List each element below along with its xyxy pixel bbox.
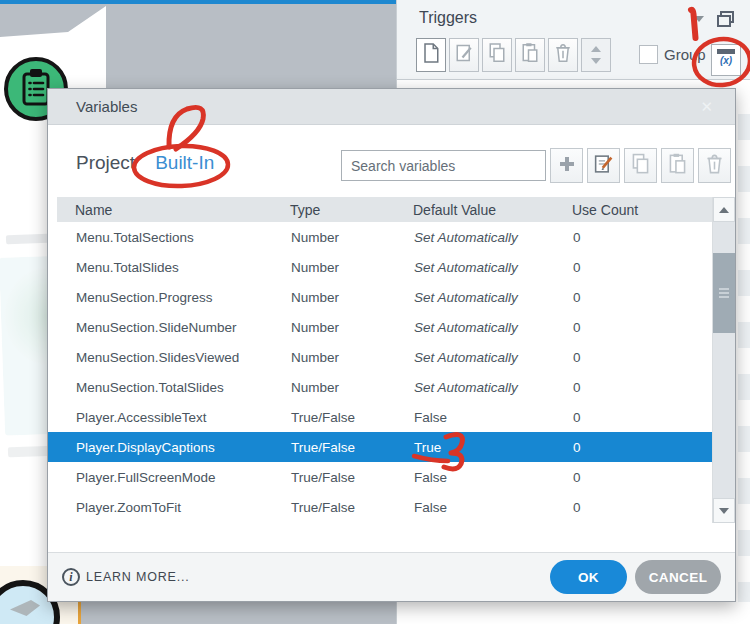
delete-variable-button[interactable] (698, 148, 731, 183)
row-default-value: Set Automatically (414, 350, 573, 365)
trigger-variables-button[interactable]: (x) (711, 44, 741, 76)
row-name: Menu.TotalSections (76, 230, 291, 245)
new-trigger-button[interactable] (416, 38, 446, 72)
close-icon[interactable]: ✕ (700, 89, 713, 125)
row-default-value: Set Automatically (414, 290, 573, 305)
variables-table-body: Menu.TotalSections Number Set Automatica… (48, 222, 713, 522)
variables-toolbar (550, 148, 731, 183)
paste-variable-button[interactable] (661, 148, 694, 183)
table-row[interactable]: Menu.TotalSlides Number Set Automaticall… (48, 252, 713, 282)
ok-button[interactable]: OK (550, 560, 627, 594)
row-use-count: 0 (573, 320, 713, 335)
row-name: Player.AccessibleText (76, 410, 291, 425)
table-row[interactable]: Player.FullScreenMode True/False False 0 (48, 462, 713, 492)
stage-bottom-strip (81, 602, 396, 624)
row-name: Menu.TotalSlides (76, 260, 291, 275)
column-default-value[interactable]: Default Value (413, 202, 572, 218)
variable-scope-tabs: Project Built-In (76, 152, 214, 174)
group-checkbox[interactable] (639, 45, 658, 64)
move-up-icon (591, 46, 601, 52)
table-row[interactable]: MenuSection.SlidesViewed Number Set Auto… (48, 342, 713, 372)
triggers-panel-title: Triggers (419, 9, 477, 27)
delete-trigger-button[interactable] (548, 38, 578, 72)
edit-variable-button[interactable] (587, 148, 620, 183)
row-default-value: False (414, 470, 573, 485)
row-name: Player.FullScreenMode (76, 470, 291, 485)
row-type: Number (291, 260, 414, 275)
table-row[interactable]: MenuSection.SlideNumber Number Set Autom… (48, 312, 713, 342)
row-use-count: 0 (573, 500, 713, 515)
learn-more-link[interactable]: i LEARN MORE... (62, 568, 189, 586)
row-type: Number (291, 320, 414, 335)
row-use-count: 0 (573, 470, 713, 485)
column-type[interactable]: Type (290, 202, 413, 218)
table-row[interactable]: Menu.TotalSections Number Set Automatica… (48, 222, 713, 252)
table-header: Name Type Default Value Use Count (57, 197, 712, 222)
triggers-panel-header: Triggers (397, 0, 750, 80)
add-variable-button[interactable] (550, 148, 583, 183)
scroll-up-button[interactable] (713, 197, 735, 222)
move-down-icon (591, 58, 601, 64)
row-default-value: False (414, 500, 573, 515)
delete-trigger-icon (554, 42, 572, 68)
tab-project[interactable]: Project (76, 152, 135, 174)
panel-float-icon[interactable] (717, 11, 734, 31)
copy-variable-icon (631, 153, 650, 179)
dialog-footer: i LEARN MORE... OK CANCEL (48, 552, 735, 601)
table-row[interactable]: Player.DisplayCaptions True/False True 0 (48, 432, 713, 462)
copy-variable-button[interactable] (624, 148, 657, 183)
search-input[interactable] (341, 150, 546, 181)
row-default-value: True (414, 440, 573, 455)
paste-trigger-button[interactable] (515, 38, 545, 72)
row-use-count: 0 (573, 350, 713, 365)
globe-badge-icon (10, 600, 40, 616)
row-name: MenuSection.TotalSlides (76, 380, 291, 395)
scrollbar-track[interactable] (713, 222, 735, 498)
delete-variable-icon (705, 153, 724, 179)
row-name: MenuSection.Progress (76, 290, 291, 305)
table-row[interactable]: MenuSection.Progress Number Set Automati… (48, 282, 713, 312)
scroll-up-icon (719, 207, 729, 213)
row-use-count: 0 (573, 410, 713, 425)
row-default-value: Set Automatically (414, 320, 573, 335)
thumb-grip (719, 288, 729, 290)
row-type: True/False (291, 470, 414, 485)
app-top-accent-bar (0, 0, 396, 4)
column-name[interactable]: Name (75, 202, 290, 218)
table-row[interactable]: Player.ZoomToFit True/False False 0 (48, 492, 713, 522)
edit-trigger-icon (455, 42, 473, 68)
row-default-value: False (414, 410, 573, 425)
add-variable-icon (558, 155, 576, 177)
table-scrollbar[interactable] (713, 197, 735, 523)
column-use-count[interactable]: Use Count (572, 202, 712, 218)
copy-trigger-button[interactable] (482, 38, 512, 72)
table-row[interactable]: MenuSection.TotalSlides Number Set Autom… (48, 372, 713, 402)
row-use-count: 0 (573, 260, 713, 275)
row-name: Player.ZoomToFit (76, 500, 291, 515)
row-default-value: Set Automatically (414, 230, 573, 245)
scroll-down-button[interactable] (713, 498, 735, 523)
dialog-titlebar[interactable]: Variables ✕ (48, 89, 735, 125)
row-type: Number (291, 380, 414, 395)
learn-more-label: LEARN MORE... (86, 570, 189, 584)
table-row[interactable]: Player.AccessibleText True/False False 0 (48, 402, 713, 432)
row-type: Number (291, 230, 414, 245)
dialog-title: Variables (76, 89, 137, 125)
row-type: True/False (291, 440, 414, 455)
edit-variable-icon (594, 153, 613, 179)
thumb-grip (719, 292, 729, 294)
edit-trigger-button[interactable] (449, 38, 479, 72)
row-default-value: Set Automatically (414, 380, 573, 395)
scrollbar-thumb[interactable] (713, 253, 735, 333)
row-type: True/False (291, 500, 414, 515)
cancel-button[interactable]: CANCEL (635, 560, 721, 594)
triggers-toolbar (416, 38, 611, 72)
group-label: Group (664, 46, 706, 63)
row-default-value: Set Automatically (414, 260, 573, 275)
paste-variable-icon (668, 153, 687, 179)
row-name: MenuSection.SlideNumber (76, 320, 291, 335)
reorder-trigger-button[interactable] (581, 38, 611, 72)
info-icon: i (62, 568, 80, 586)
tab-built-in[interactable]: Built-In (155, 152, 214, 174)
panel-menu-icon[interactable] (694, 16, 704, 22)
